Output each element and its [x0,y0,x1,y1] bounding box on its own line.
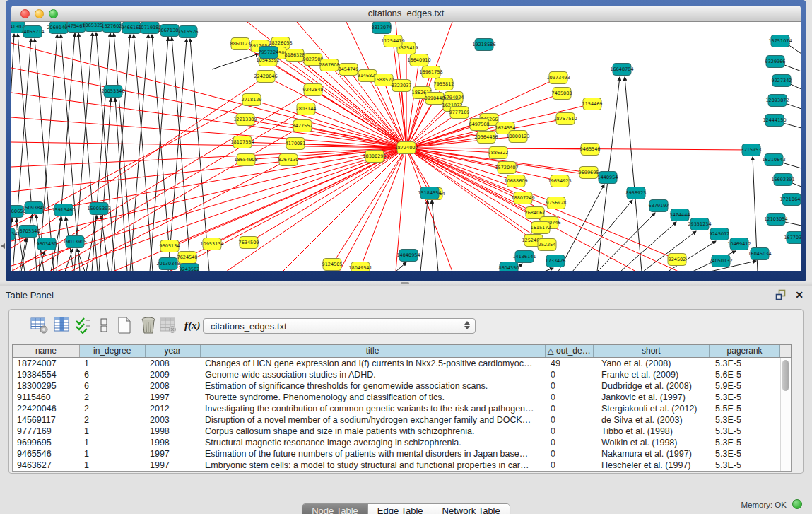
table-cell[interactable]: 1998 [146,437,201,448]
graph-edge[interactable] [245,119,406,148]
graph-node[interactable]: 10469412 [727,238,751,250]
graph-node[interactable]: 9777169 [449,107,470,119]
graph-edge[interactable] [152,35,171,271]
graph-node[interactable]: 9124505 [322,259,343,271]
table-cell[interactable]: 1997 [146,448,201,460]
graph-node[interactable]: 20053346 [101,86,124,98]
table-row[interactable]: 1938455462009Genome-wide association stu… [13,369,791,380]
graph-node[interactable]: 9756928 [546,197,567,209]
column-header-3[interactable]: title [201,345,546,357]
table-cell[interactable]: Jankovic et al. (1997) [594,392,711,403]
graph-node[interactable]: 1440954 [598,172,618,184]
graph-node[interactable]: 9245012 [710,228,730,240]
graph-node[interactable]: 15184554 [418,187,441,199]
table-cell[interactable]: 49 [546,358,594,369]
network-canvas[interactable]: 1872400788601238912954182260589827509105… [11,22,801,271]
table-cell[interactable]: 14569117 [13,414,80,426]
scrollbar-thumb[interactable] [782,360,789,391]
graph-node[interactable]: 10973493 [546,72,570,84]
table-cell[interactable]: 9699695 [13,437,80,448]
graph-node[interactable]: 9505134 [160,240,180,252]
graph-edge[interactable] [625,77,642,271]
table-cell[interactable]: Tourette syndrome. Phenomenology and cla… [201,392,546,403]
graph-edge[interactable] [11,76,266,248]
graph-edge[interactable] [134,35,153,271]
float-panel-icon[interactable] [775,289,787,300]
table-cell[interactable]: 2 [80,414,146,426]
table-cell[interactable]: 18724007 [13,358,80,369]
table-cell[interactable]: 2008 [146,380,201,392]
graph-edge[interactable] [11,148,406,241]
graph-node[interactable]: 10800123 [506,131,529,143]
table-cell[interactable]: 5.3E-5 [711,392,782,403]
table-cell[interactable]: Estimation of the future numbers of pati… [201,448,546,460]
deselect-all-icon[interactable] [95,316,113,334]
table-cell[interactable]: 19384554 [13,369,80,380]
graph-node[interactable]: 19218586 [472,39,495,51]
graph-edge[interactable] [360,148,406,268]
column-header-5[interactable]: short [594,345,710,357]
column-header-2[interactable]: year [146,345,201,357]
select-all-icon[interactable] [74,316,93,334]
table-cell[interactable]: 2003 [146,414,201,426]
table-row[interactable]: 946362711997Embryonic stem cells: a mode… [13,460,791,471]
graph-node[interactable]: 8186328 [285,49,305,62]
graph-node[interactable]: 18107554 [230,136,254,148]
graph-node[interactable]: 18807249 [511,192,534,204]
column-header-0[interactable]: name [13,345,80,357]
graph-edge[interactable] [406,60,419,148]
graph-edge[interactable] [544,268,553,271]
column-chooser-icon[interactable] [53,316,71,334]
table-cell[interactable]: Yano et al. (2008) [594,358,711,369]
table-cell[interactable]: 0 [546,448,594,460]
table-cell[interactable]: 5.3E-5 [711,437,782,448]
horizontal-splitter[interactable] [0,281,812,286]
table-cell[interactable]: 0 [546,460,594,471]
graph-node[interactable]: 16045034 [748,248,771,260]
graph-node[interactable]: 16705340 [16,226,40,238]
table-cell[interactable]: Wolkin et al. (1998) [594,437,711,448]
table-cell[interactable]: 1 [80,426,146,437]
graph-node[interactable]: 252254 [538,239,556,251]
graph-node[interactable]: 1154469 [582,98,603,110]
network-window-titlebar[interactable]: citations_edges.txt [11,6,801,22]
graph-node[interactable]: 1615172 [531,222,551,234]
graph-edge[interactable] [226,148,406,271]
graph-edge[interactable] [332,148,406,264]
graph-edge[interactable] [572,200,632,271]
table-cell[interactable]: Estimation of significance thresholds fo… [201,380,546,392]
graph-node[interactable]: 20130345 [156,258,180,270]
table-cell[interactable]: 2 [80,392,146,403]
graph-node[interactable]: 2803144 [296,103,317,115]
table-row[interactable]: 1456911722003Disruption of a novel membe… [13,414,791,426]
table-cell[interactable]: 2012 [146,403,201,414]
table-cell[interactable]: 0 [546,403,594,414]
graph-edge[interactable] [266,76,406,148]
graph-node[interactable]: 29351234 [688,218,711,230]
graph-node[interactable]: 18654908 [234,154,257,166]
table-cell[interactable]: 1 [80,437,146,448]
graph-edge[interactable] [170,148,406,271]
graph-node[interactable]: 12103054 [764,214,787,226]
table-cell[interactable]: 0 [546,380,594,392]
splitter-grip[interactable] [401,282,409,284]
table-cell[interactable]: Structural magnetic resonance image aver… [201,437,546,448]
table-settings-icon[interactable] [30,316,49,334]
table-cell[interactable]: de Silva et al. (2003) [594,414,711,426]
table-row[interactable]: 911546021997Tourette syndrome. Phenomeno… [13,392,791,403]
table-cell[interactable]: 1 [80,460,146,471]
table-cell[interactable]: Stergiakouli et al. (2012) [594,403,711,414]
table-cell[interactable]: 0 [546,426,594,437]
graph-edge[interactable] [432,200,438,271]
graph-node[interactable]: 7485083 [552,88,572,100]
function-builder-icon[interactable]: f(x) [183,316,203,334]
graph-node[interactable]: 19013905 [63,236,86,248]
graph-node[interactable]: 15905393 [87,203,110,215]
graph-node[interactable]: 18724007 [394,142,418,154]
table-cell[interactable]: Tibbo et al. (1998) [594,426,711,437]
table-cell[interactable]: 5.3E-5 [711,426,782,437]
graph-node[interactable]: 2867608 [319,59,340,71]
graph-node[interactable]: 15093849 [22,202,45,214]
vertical-scrollbar[interactable] [780,358,791,471]
table-row[interactable]: 1830029562008Estimation of significance … [13,380,791,392]
